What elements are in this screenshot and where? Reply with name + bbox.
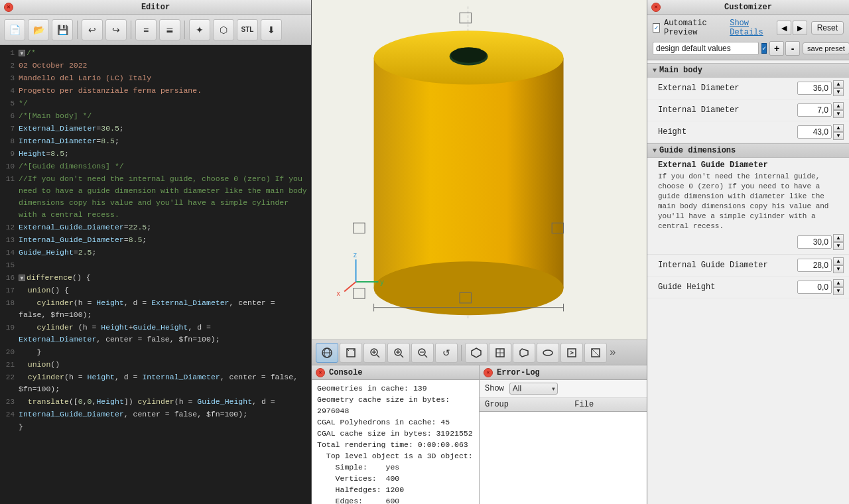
unindent-button[interactable]: ≣	[159, 19, 180, 40]
redo-button[interactable]: ↪	[105, 19, 127, 40]
zoom-in-button[interactable]	[387, 343, 410, 363]
svg-line-29	[377, 355, 379, 357]
nav-next-button[interactable]: ▶	[793, 21, 807, 35]
internal-guide-diameter-down[interactable]: ▼	[833, 265, 844, 273]
line-number: 17	[0, 284, 19, 296]
undo-button[interactable]: ↩	[82, 19, 103, 40]
show-filter-select[interactable]: All Errors Warnings	[509, 383, 558, 395]
render-button[interactable]: ✦	[189, 19, 210, 40]
main-body-section-header[interactable]: ▼ Main body	[647, 63, 849, 78]
stl-download-button[interactable]: ⬇	[261, 19, 282, 40]
ext-guide-diameter-desc: If you don't need the internal guide, ch…	[658, 172, 844, 231]
line-content: Guide_Height=2.5;	[19, 246, 311, 259]
view-iso-button[interactable]	[465, 343, 488, 363]
preset-buttons: + -	[769, 41, 800, 56]
internal-diameter-input[interactable]	[797, 103, 832, 117]
view-more-button[interactable]: »	[610, 347, 616, 359]
code-line-24: 24 Internal_Guide_Diameter, center = fal…	[0, 408, 311, 420]
line-number: 4	[0, 84, 19, 97]
3d-viewport[interactable]: y z x	[312, 0, 647, 340]
line-number: 11	[0, 172, 19, 221]
line-number: 9	[0, 147, 19, 160]
line-number: 19	[0, 321, 19, 346]
line-content: cylinder(h = Height, d = External_Diamet…	[19, 296, 311, 321]
preset-name-input[interactable]	[653, 42, 759, 55]
show-details-button[interactable]: Show Details	[730, 19, 772, 37]
customizer-sections: ▼ Main body External Diameter ▲ ▼ I	[647, 60, 849, 504]
external-diameter-down[interactable]: ▼	[833, 88, 844, 96]
reset-button[interactable]: Reset	[811, 21, 844, 34]
external-diameter-label: External Diameter	[658, 84, 797, 93]
guide-height-down[interactable]: ▼	[833, 287, 844, 295]
line-content: /*[Main body] */	[19, 109, 311, 122]
view-front-button[interactable]	[489, 343, 511, 363]
console-close-button[interactable]: ✕	[316, 368, 325, 377]
perspective-view-button[interactable]	[316, 343, 338, 363]
editor-toolbar: 📄 📂 💾 ↩ ↪ ≡ ≣ ✦ ⬡ STL ⬇	[0, 15, 311, 45]
indent-button[interactable]: ≡	[135, 19, 157, 40]
internal-guide-diameter-up[interactable]: ▲	[833, 257, 844, 265]
viewport-toolbar: ↺ »	[312, 340, 647, 365]
fold-marker[interactable]: ▼	[19, 50, 25, 56]
external-diameter-input[interactable]	[797, 82, 832, 95]
guide-dimensions-section-header[interactable]: ▼ Guide dimensions	[647, 143, 849, 158]
internal-guide-diameter-controls: ▲ ▼	[797, 257, 844, 273]
code-line-10: 10 /*[Guide dimensions] */	[0, 160, 311, 172]
external-diameter-up[interactable]: ▲	[833, 80, 844, 88]
save-preset-button[interactable]: save preset	[803, 42, 849, 54]
svg-line-37	[424, 355, 427, 357]
fold-marker-2[interactable]: ▼	[19, 275, 25, 281]
height-up[interactable]: ▲	[833, 124, 844, 132]
error-log-close-button[interactable]: ✕	[484, 368, 493, 377]
preset-checkbox[interactable]: ✓	[761, 43, 767, 54]
cube-button[interactable]: ⬡	[213, 19, 234, 40]
console-content[interactable]: Geometries in cache: 139 Geometry cache …	[312, 380, 479, 504]
vp-toolbar-separator	[461, 345, 462, 361]
internal-diameter-down[interactable]: ▼	[833, 110, 844, 118]
auto-preview-checkbox[interactable]: ✓	[653, 23, 660, 32]
ext-guide-diameter-up[interactable]: ▲	[833, 234, 844, 242]
ext-guide-diameter-input[interactable]	[797, 235, 832, 249]
svg-point-7	[451, 47, 487, 62]
save-file-button[interactable]: 💾	[52, 19, 73, 40]
stl-button[interactable]: STL	[237, 19, 258, 40]
line-number: 1	[0, 46, 19, 59]
line-number: 13	[0, 233, 19, 246]
height-input[interactable]	[797, 125, 832, 139]
top-view-button[interactable]	[340, 343, 362, 363]
code-line-9: 9 Height=8.5;	[0, 147, 311, 160]
customizer-close-button[interactable]: ✕	[651, 3, 661, 12]
code-line-12: 12 External_Guide_Diameter=22.5;	[0, 221, 311, 233]
svg-marker-39	[472, 348, 481, 357]
code-editor[interactable]: 1 ▼/* 2 02 October 2022 3 Mandello del L…	[0, 45, 311, 504]
ext-guide-diameter-down[interactable]: ▼	[833, 242, 844, 250]
show-filter-wrapper[interactable]: All Errors Warnings	[509, 383, 558, 395]
height-down[interactable]: ▼	[833, 132, 844, 140]
editor-title: Editor	[141, 3, 170, 12]
view-bottom-button[interactable]	[584, 343, 607, 363]
preset-minus-button[interactable]: -	[785, 41, 800, 56]
code-line-23: 23 translate([0,0,Height]) cylinder(h = …	[0, 395, 311, 408]
editor-close-button[interactable]: ✕	[4, 3, 13, 12]
open-file-button[interactable]: 📂	[28, 19, 49, 40]
ext-guide-diameter-controls: ▲ ▼	[658, 234, 844, 253]
guide-height-spinner: ▲ ▼	[833, 279, 844, 295]
customizer-title: Customizer	[724, 3, 772, 12]
ext-guide-diameter-section: External Guide Diameter If you don't nee…	[647, 158, 849, 255]
rotate-button[interactable]: ↺	[435, 343, 458, 363]
guide-height-input[interactable]	[797, 281, 832, 294]
new-file-button[interactable]: 📄	[4, 19, 25, 40]
view-right-button[interactable]	[513, 343, 535, 363]
preset-plus-button[interactable]: +	[769, 41, 784, 56]
internal-diameter-up[interactable]: ▲	[833, 102, 844, 110]
zoom-out-button[interactable]	[411, 343, 434, 363]
guide-height-up[interactable]: ▲	[833, 279, 844, 287]
zoom-fit-button[interactable]	[363, 343, 386, 363]
nav-prev-button[interactable]: ◀	[777, 21, 791, 35]
toolbar-separator-3	[184, 21, 185, 39]
guide-height-controls: ▲ ▼	[797, 279, 844, 295]
view-back-button[interactable]	[560, 343, 583, 363]
viewport-panel: y z x	[312, 0, 647, 504]
internal-guide-diameter-input[interactable]	[797, 259, 832, 272]
view-top-button[interactable]	[537, 343, 559, 363]
